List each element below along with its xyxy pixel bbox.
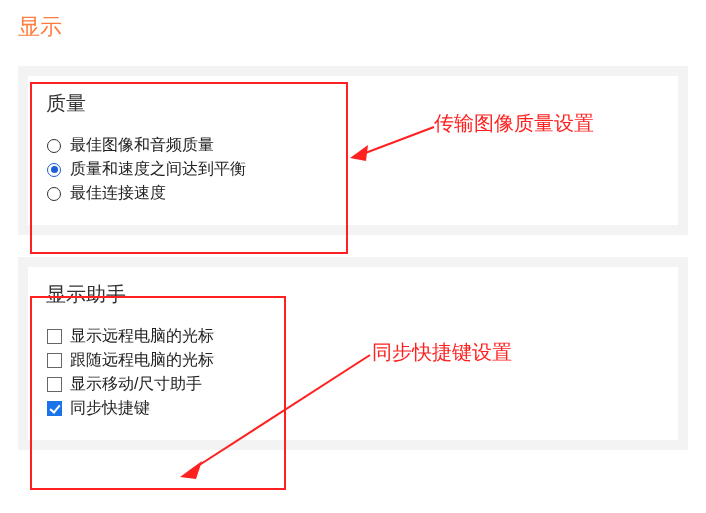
display-helpers-section-title: 显示助手: [46, 281, 660, 308]
quality-option-best-quality[interactable]: 最佳图像和音频质量: [46, 135, 660, 156]
quality-option-balanced[interactable]: 质量和速度之间达到平衡: [46, 159, 660, 180]
option-label: 显示远程电脑的光标: [70, 326, 214, 347]
display-helpers-section: 显示助手 显示远程电脑的光标 跟随远程电脑的光标 显示移动/尺寸助手 同步快捷键: [18, 257, 688, 450]
display-option-show-resize-helper[interactable]: 显示移动/尺寸助手: [46, 374, 660, 395]
option-label: 显示移动/尺寸助手: [70, 374, 202, 395]
checkbox-icon: [46, 353, 62, 369]
option-label: 质量和速度之间达到平衡: [70, 159, 246, 180]
svg-marker-3: [180, 461, 202, 479]
checkbox-icon: [46, 329, 62, 345]
annotation-text-quality: 传输图像质量设置: [434, 110, 594, 137]
option-label: 最佳图像和音频质量: [70, 135, 214, 156]
quality-section: 质量 最佳图像和音频质量 质量和速度之间达到平衡 最佳连接速度: [18, 66, 688, 235]
page-title: 显示: [18, 12, 688, 42]
checkbox-icon: [46, 401, 62, 417]
annotation-text-shortcut: 同步快捷键设置: [372, 339, 512, 366]
option-label: 同步快捷键: [70, 398, 150, 419]
option-label: 最佳连接速度: [70, 183, 166, 204]
radio-icon: [46, 138, 62, 154]
checkbox-icon: [46, 377, 62, 393]
display-option-follow-remote-cursor[interactable]: 跟随远程电脑的光标: [46, 350, 660, 371]
display-option-sync-shortcuts[interactable]: 同步快捷键: [46, 398, 660, 419]
display-option-show-remote-cursor[interactable]: 显示远程电脑的光标: [46, 326, 660, 347]
radio-icon: [46, 162, 62, 178]
option-label: 跟随远程电脑的光标: [70, 350, 214, 371]
display-helpers-section-inner: 显示助手 显示远程电脑的光标 跟随远程电脑的光标 显示移动/尺寸助手 同步快捷键: [28, 267, 678, 440]
quality-option-best-speed[interactable]: 最佳连接速度: [46, 183, 660, 204]
radio-icon: [46, 186, 62, 202]
quality-section-inner: 质量 最佳图像和音频质量 质量和速度之间达到平衡 最佳连接速度: [28, 76, 678, 225]
